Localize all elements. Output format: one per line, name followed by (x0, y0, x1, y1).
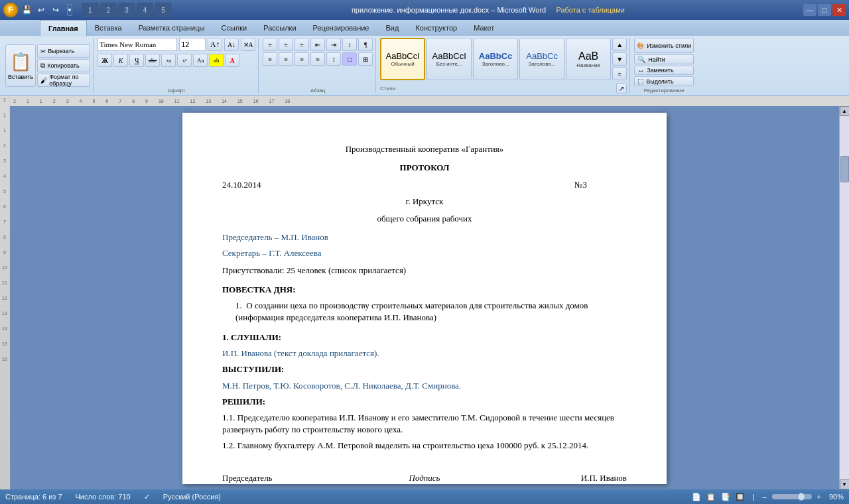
chairman-sig-name: И.П. Иванов (547, 472, 627, 484)
styles-down-button[interactable]: ▼ (612, 52, 627, 66)
tab-home[interactable]: Главная (40, 20, 87, 36)
justify-button[interactable]: ≡ (310, 52, 325, 66)
save-quick-btn[interactable]: 💾 (21, 4, 33, 16)
word-count: Число слов: 710 (76, 493, 131, 501)
bold-button[interactable]: Ж (98, 54, 112, 67)
clear-format-btn[interactable]: ✕A (241, 38, 255, 51)
minimize-btn[interactable]: — (803, 4, 816, 16)
view-outline-btn[interactable]: 🔲 (736, 493, 745, 501)
tab-references[interactable]: Ссылки (213, 20, 255, 36)
tab-num-2[interactable]: 2 (100, 3, 117, 17)
view-web-btn[interactable]: 📑 (721, 493, 730, 501)
page-indicator: Страница: 6 из 7 (5, 493, 62, 501)
close-btn[interactable]: ✕ (832, 4, 846, 16)
italic-button[interactable]: К (113, 54, 128, 67)
tab-mailings[interactable]: Рассылки (255, 20, 304, 36)
find-button[interactable]: 🔍 Найти (634, 54, 694, 64)
subscript-button[interactable]: x₂ (161, 54, 176, 67)
vertical-scrollbar[interactable]: ▲ ▼ (839, 106, 849, 489)
tab-constructor[interactable]: Конструктор (407, 20, 466, 36)
sort-button[interactable]: ↕ (342, 38, 357, 51)
decision-1: 1.1. Председателю кооператива И.П. Ивано… (222, 412, 627, 436)
tab-num-3[interactable]: 3 (118, 3, 135, 17)
zoom-level[interactable]: 90% (829, 493, 844, 501)
zoom-out-btn[interactable]: – (762, 493, 766, 501)
style-title-button[interactable]: AaВ Название (566, 38, 611, 80)
increase-font-btn[interactable]: A↑ (208, 38, 222, 51)
highlight-button[interactable]: ab (209, 54, 224, 67)
underline-button[interactable]: Ч (129, 54, 144, 67)
view-reading-btn[interactable]: 📋 (706, 493, 716, 501)
section2-header: ВЫСТУПИЛИ: (222, 363, 627, 375)
change-styles-button[interactable]: 🎨 Изменить стили (634, 38, 694, 53)
tab-num-4[interactable]: 4 (137, 3, 154, 17)
styles-expand-btn[interactable]: ↗ (616, 83, 627, 94)
borders-button[interactable]: ⊞ (358, 52, 373, 66)
work-context-tab[interactable]: Работа с таблицами (556, 6, 624, 14)
style-heading2-button[interactable]: AaBbCc Заголово... (519, 38, 564, 80)
tab-view[interactable]: Вид (378, 20, 408, 36)
redo-quick-btn[interactable]: ↪ (50, 4, 62, 16)
styles-up-button[interactable]: ▲ (612, 38, 627, 51)
copy-button[interactable]: ⧉ Копировать (37, 59, 90, 72)
maximize-btn[interactable]: □ (818, 4, 831, 16)
language-indicator[interactable]: Русский (Россия) (163, 493, 221, 501)
decrease-indent-button[interactable]: ⇤ (310, 38, 325, 51)
cut-button[interactable]: ✂ Вырезать (37, 44, 90, 58)
line-spacing-button[interactable]: ↕ (326, 52, 341, 66)
doc-number: №3 (574, 179, 587, 191)
align-right-button[interactable]: ≡ (294, 52, 309, 66)
select-button[interactable]: ⬚ Выделить (634, 76, 694, 86)
customize-qa[interactable]: ▼ (67, 4, 72, 16)
change-case-button[interactable]: Aa (193, 54, 208, 67)
scroll-thumb[interactable] (840, 156, 849, 182)
style-heading1-button[interactable]: AaBbCc Заголово... (473, 38, 518, 80)
font-color-button[interactable]: A (225, 54, 239, 67)
style-no-spacing-button[interactable]: AaBbCcI Без инте... (426, 38, 472, 80)
clipboard-sub-buttons: ✂ Вырезать ⧉ Копировать 🖌 Формат по обра… (37, 44, 90, 87)
office-button[interactable]: F (3, 3, 18, 17)
bullets-button[interactable]: ≡ (263, 38, 277, 51)
scroll-down-btn[interactable]: ▼ (840, 479, 850, 489)
style-title-label: Название (576, 62, 600, 68)
tab-layout[interactable]: Макет (466, 20, 503, 36)
decrease-font-btn[interactable]: A↓ (224, 38, 239, 51)
zoom-in-btn[interactable]: + (817, 493, 821, 501)
tab-review[interactable]: Рецензирование (305, 20, 378, 36)
tab-insert[interactable]: Вставка (87, 20, 131, 36)
increase-indent-button[interactable]: ⇥ (326, 38, 341, 51)
show-marks-button[interactable]: ¶ (358, 38, 373, 51)
view-print-btn[interactable]: 📄 (692, 493, 701, 501)
font-size-input[interactable] (179, 38, 206, 51)
font-name-input[interactable] (98, 38, 177, 51)
styles-more-button[interactable]: ≡ (612, 67, 627, 80)
font-section: A↑ A↓ ✕A Ж К Ч abc x₂ x² Aa ab A Шрифт (95, 38, 259, 94)
style-normal-button[interactable]: AaBbCcI Обычный (380, 38, 425, 80)
strikethrough-button[interactable]: abc (145, 54, 160, 67)
format-painter-button[interactable]: 🖌 Формат по образцу (37, 74, 90, 87)
undo-quick-btn[interactable]: ↩ (35, 4, 47, 16)
document-page[interactable]: Производственный кооператив «Гарантия» П… (182, 113, 667, 484)
style-normal-preview: AaBbCcI (386, 51, 420, 61)
find-icon: 🔍 (637, 56, 645, 63)
document-scroll-area[interactable]: Производственный кооператив «Гарантия» П… (10, 106, 839, 489)
center-button[interactable]: ≡ (279, 52, 293, 66)
multilevel-button[interactable]: ≡ (294, 38, 309, 51)
align-left-button[interactable]: ≡ (263, 52, 277, 66)
font-format-row: Ж К Ч abc x₂ x² Aa ab A (98, 54, 255, 67)
spell-check-icon[interactable]: ✓ (144, 493, 150, 501)
city-line: г. Иркутск (222, 196, 627, 208)
styles-section-label: Стили (380, 86, 395, 92)
paste-button[interactable]: 📋 Вставить (5, 44, 36, 87)
superscript-button[interactable]: x² (177, 54, 192, 67)
scroll-up-btn[interactable]: ▲ (840, 106, 850, 116)
zoom-thumb[interactable] (797, 493, 805, 501)
tab-page-layout[interactable]: Разметка страницы (131, 20, 214, 36)
tab-num-5[interactable]: 5 (155, 3, 172, 17)
tab-num-1[interactable]: 1 (82, 3, 99, 17)
shading-button[interactable]: □ (342, 52, 357, 66)
numbering-button[interactable]: ≡ (279, 38, 293, 51)
zoom-slider[interactable] (772, 494, 812, 499)
replace-button[interactable]: ↔ Заменить (634, 66, 694, 76)
style-no-spacing-label: Без инте... (436, 61, 462, 67)
